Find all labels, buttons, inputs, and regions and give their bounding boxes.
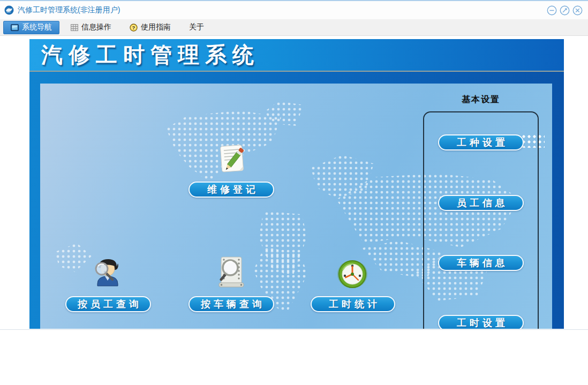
employee-info-button[interactable]: 员工信息 (438, 195, 524, 211)
query-by-employee-button[interactable]: 按员工查询 (65, 296, 151, 312)
titlebar: 汽修工时管理系统(非注册用户) (0, 1, 588, 19)
monitor-icon (11, 24, 19, 31)
tab-label: 关于 (189, 22, 204, 32)
main-content: 汽修工时管理系统 (0, 36, 588, 329)
vehicle-info-button[interactable]: 车辆信息 (438, 255, 524, 271)
tab-label: 信息操作 (81, 22, 111, 32)
app-logo-icon (4, 5, 14, 15)
blue-frame: 维修登记 按员工查询 按车辆查询 工时统计 基本设置 工种设置 员工信息 车辆信… (29, 72, 564, 329)
tab-info-operations[interactable]: 信息操作 (64, 21, 118, 34)
tab-about[interactable]: 关于 (182, 21, 211, 34)
maximize-icon (560, 5, 570, 16)
tab-label: 系统导航 (22, 22, 52, 32)
world-map-dots (265, 101, 304, 126)
banner: 汽修工时管理系统 (29, 39, 564, 72)
tab-label: 使用指南 (141, 22, 171, 32)
banner-title: 汽修工时管理系统 (29, 40, 260, 70)
tab-user-guide[interactable]: ? 使用指南 (123, 21, 178, 34)
close-icon (572, 5, 583, 16)
svg-text:?: ? (132, 24, 135, 30)
minimize-button[interactable] (547, 5, 557, 16)
basic-settings-title: 基本设置 (423, 94, 539, 105)
clock-icon[interactable] (336, 258, 368, 290)
navigation-panel: 维修登记 按员工查询 按车辆查询 工时统计 基本设置 工种设置 员工信息 车辆信… (40, 84, 552, 329)
query-by-vehicle-button[interactable]: 按车辆查询 (189, 296, 274, 312)
world-map-dots (55, 243, 92, 272)
grid-icon (71, 24, 78, 31)
repair-registration-button[interactable]: 维修登记 (189, 182, 274, 198)
window-title: 汽修工时管理系统(非注册用户) (18, 5, 120, 15)
close-button[interactable] (572, 5, 583, 16)
work-hours-settings-button[interactable]: 工时设置 (438, 315, 524, 329)
tab-system-nav[interactable]: 系统导航 (3, 21, 59, 34)
work-hours-statistics-button[interactable]: 工时统计 (311, 296, 395, 312)
app-window: 汽修工时管理系统(非注册用户) (0, 0, 588, 330)
maximize-button[interactable] (560, 5, 570, 16)
job-type-settings-button[interactable]: 工种设置 (438, 134, 524, 150)
employee-search-icon[interactable] (91, 256, 125, 291)
help-icon: ? (130, 24, 138, 32)
minimize-icon (547, 5, 557, 16)
notepad-pencil-icon[interactable] (216, 142, 248, 176)
vehicle-search-icon[interactable] (215, 255, 248, 289)
menubar: 系统导航 信息操作 ? 使用指南 关于 (0, 19, 588, 36)
